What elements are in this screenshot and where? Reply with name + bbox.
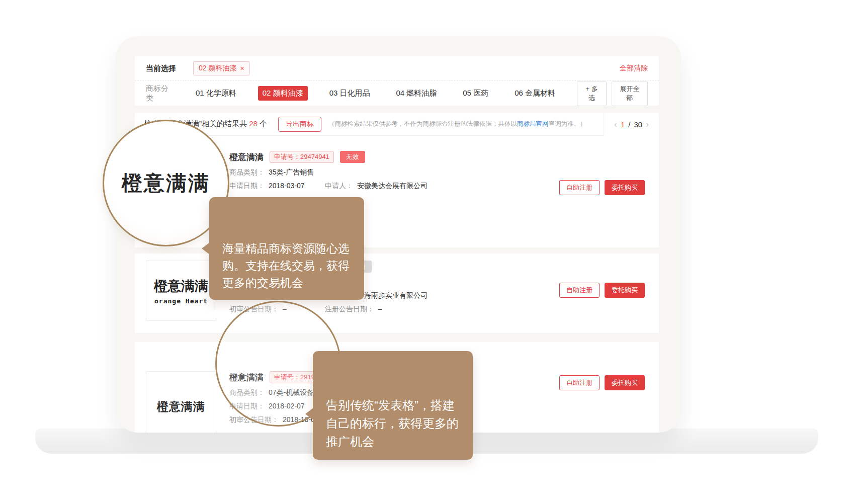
tab-class-05[interactable]: 05 医药 bbox=[458, 86, 493, 101]
total-pages: 30 bbox=[634, 120, 642, 129]
current-page: 1 bbox=[621, 120, 625, 129]
tab-class-03[interactable]: 03 日化用品 bbox=[325, 86, 375, 101]
row-actions: 自助注册 委托购买 bbox=[559, 375, 645, 390]
tab-class-01[interactable]: 01 化学原料 bbox=[191, 86, 241, 101]
prev-page-icon[interactable]: ‹ bbox=[614, 120, 617, 129]
self-register-button[interactable]: 自助注册 bbox=[559, 375, 600, 390]
application-number-label: 申请号： bbox=[274, 153, 300, 160]
trademark-image-text: 橙意满满 bbox=[157, 399, 205, 414]
applicant-value: 安徽美达会展有限公司 bbox=[357, 182, 428, 190]
result-count: 28 bbox=[249, 119, 258, 128]
magnified-trademark-text: 橙意满满 bbox=[122, 170, 210, 197]
applicant-label: 申请人： bbox=[325, 182, 353, 190]
next-page-icon[interactable]: › bbox=[646, 120, 649, 129]
callout-arrow bbox=[202, 242, 210, 255]
self-register-button[interactable]: 自助注册 bbox=[559, 283, 600, 298]
tab-class-04[interactable]: 04 燃料油脂 bbox=[392, 86, 442, 101]
category-actions: + 多选 展开全部 bbox=[577, 81, 648, 106]
status-badge: 无效 bbox=[340, 151, 365, 163]
export-trademark-button[interactable]: 导出商标 bbox=[278, 117, 321, 132]
summary-suffix: 个 bbox=[258, 119, 267, 128]
trademark-office-link[interactable]: 商标局官网 bbox=[517, 120, 549, 127]
apply-date-value: 2018-03-07 bbox=[269, 182, 305, 190]
callout-text: 告别传统“发表格”，搭建 自己的标行，获得更多的 推广机会 bbox=[326, 398, 459, 448]
category-label: 商标分类 bbox=[146, 84, 174, 103]
tab-class-06[interactable]: 06 金属材料 bbox=[510, 86, 560, 101]
trademark-image: 橙意满满 bbox=[146, 371, 216, 433]
detail-line: 商品类别：35类-广告销售 bbox=[229, 168, 559, 177]
entrust-buy-button[interactable]: 委托购买 bbox=[605, 180, 645, 195]
callout-bubble: 海量精品商标资源随心选 购。支持在线交易，获得 更多的交易机会 bbox=[209, 197, 364, 300]
category-value: 35类-广告销售 bbox=[269, 168, 314, 177]
category-row: 商标分类 01 化学原料 02 颜料油漆 03 日化用品 04 燃料油脂 05 … bbox=[135, 81, 659, 106]
callout-text: 海量精品商标资源随心选 购。支持在线交易，获得 更多的交易机会 bbox=[222, 242, 350, 289]
multi-select-button[interactable]: + 多选 bbox=[577, 81, 607, 106]
registration-publication-value: – bbox=[378, 305, 382, 313]
self-register-button[interactable]: 自助注册 bbox=[559, 180, 600, 195]
trademark-image-text: 橙意满满 bbox=[154, 277, 208, 295]
disclaimer: （商标检索结果仅供参考，不作为商标能否注册的法律依据；具体以商标局官网查询为准。… bbox=[328, 120, 586, 128]
row-actions: 自助注册 委托购买 bbox=[559, 283, 645, 298]
selected-filter-tag-text: 02 颜料油漆 bbox=[199, 64, 236, 73]
pagination: ‹ 1 / 30 › bbox=[604, 113, 659, 136]
trademark-details: 橙意满满 申请号：29474941 无效 商品类别：35类-广告销售 申请日期：… bbox=[229, 151, 559, 190]
callout-bubble: 告别传统“发表格”，搭建 自己的标行，获得更多的 推广机会 bbox=[313, 351, 473, 460]
row-actions: 自助注册 委托购买 bbox=[559, 180, 645, 195]
trademark-image: 橙意满满 orange Heart bbox=[146, 261, 216, 321]
tag-close-icon[interactable]: × bbox=[240, 65, 244, 72]
callout-arrow bbox=[305, 408, 313, 420]
applicant-value: 上海雨步实业有限公司 bbox=[357, 291, 428, 300]
category-field-label: 商品类别： bbox=[229, 168, 265, 177]
apply-date-label: 申请日期： bbox=[229, 182, 265, 190]
results-header: 检索到“橙意满满”相关的结果共 28 个 导出商标 （商标检索结果仅供参考，不作… bbox=[135, 113, 659, 136]
application-number: 29474941 bbox=[300, 153, 329, 160]
detail-line: 申请日期：2018-03-07 申请人：安徽美达会展有限公司 bbox=[229, 182, 559, 190]
filter-panel: 当前选择 02 颜料油漆 × 全部清除 商标分类 01 化学原料 02 颜料油漆… bbox=[135, 56, 659, 106]
current-selection-row: 当前选择 02 颜料油漆 × 全部清除 bbox=[135, 56, 659, 81]
expand-all-button[interactable]: 展开全部 bbox=[612, 81, 648, 106]
selected-filter-tag[interactable]: 02 颜料油漆 × bbox=[193, 61, 250, 75]
entrust-buy-button[interactable]: 委托购买 bbox=[605, 283, 645, 298]
current-selection-label: 当前选择 bbox=[146, 64, 176, 73]
disclaimer-pre: （商标检索结果仅供参考，不作为商标能否注册的法律依据；具体以 bbox=[328, 120, 517, 127]
trademark-name: 橙意满满 bbox=[229, 151, 264, 163]
tab-class-02[interactable]: 02 颜料油漆 bbox=[258, 86, 308, 101]
entrust-buy-button[interactable]: 委托购买 bbox=[605, 375, 645, 390]
trademark-image-subtext: orange Heart bbox=[154, 297, 208, 305]
disclaimer-post: 查询为准。） bbox=[549, 120, 586, 127]
trademark-title-line: 橙意满满 申请号：29474941 无效 bbox=[229, 151, 559, 163]
registration-publication-label: 注册公告日期： bbox=[325, 305, 374, 313]
clear-all-link[interactable]: 全部清除 bbox=[620, 64, 648, 73]
page-separator: / bbox=[628, 120, 630, 129]
application-number-tag: 申请号：29474941 bbox=[270, 151, 334, 163]
